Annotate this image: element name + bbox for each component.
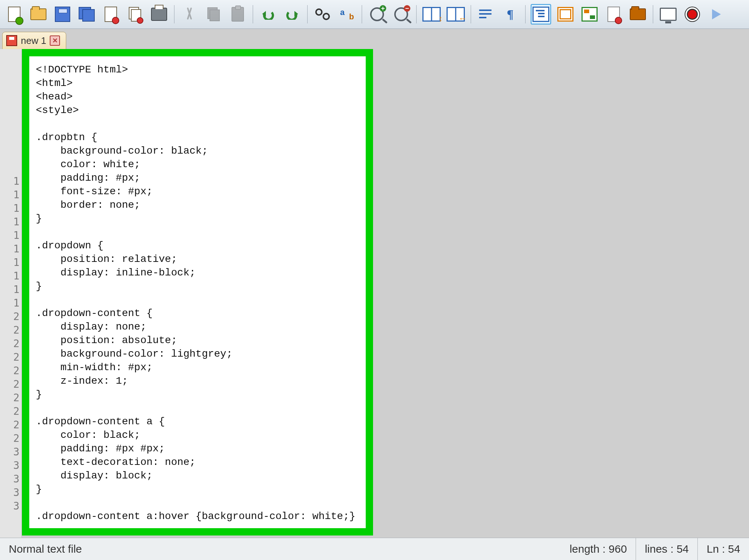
gutter-line: 1 [0,188,19,202]
undo-icon [261,9,275,20]
copy-button[interactable] [204,4,223,24]
status-length: length : 960 [561,538,636,560]
save-all-button[interactable] [77,4,97,24]
monitor-button[interactable] [658,4,678,24]
file-tab[interactable]: new 1 ✕ [2,32,66,49]
status-bar: Normal text file length : 960 lines : 54… [0,538,749,560]
gutter-line: 3 [0,486,19,499]
tab-bar: new 1 ✕ [0,29,749,49]
gutter-line: 2 [0,377,19,391]
status-lines: lines : 54 [636,538,698,560]
indent-guide-button[interactable] [531,4,551,25]
print-button[interactable] [149,4,169,24]
zoom-out-button[interactable]: − [391,4,411,24]
gutter-line: 1 [0,215,19,229]
sync-vertical-button[interactable]: ↕ [422,4,441,24]
paste-icon [232,7,244,22]
close-all-button[interactable] [125,4,145,24]
word-wrap-icon [479,9,493,20]
indent-guide-icon [532,7,549,22]
doc-map-button[interactable] [580,4,599,24]
gutter-line [0,93,19,107]
function-list-icon [607,7,620,22]
paragraph-icon: ¶ [507,7,513,21]
redo-icon [285,9,300,20]
gutter-line [0,134,19,147]
folder-workspace-icon [630,8,646,20]
code-editor[interactable]: <!DOCTYPE html> <html> <head> <style> .d… [22,49,373,535]
gutter-line: 2 [0,418,19,432]
open-file-button[interactable] [29,4,48,24]
show-symbols-button[interactable]: ¶ [500,4,520,24]
gutter-line: 2 [0,405,19,418]
gutter-line [0,120,19,134]
zoom-in-button[interactable]: + [367,4,387,24]
gutter-line: 2 [0,391,19,405]
tab-close-button[interactable]: ✕ [50,35,60,46]
gutter-line [0,147,19,161]
copy-icon [207,7,220,21]
word-wrap-button[interactable] [476,4,496,24]
save-button[interactable] [53,4,72,24]
toolbar-separator [174,5,174,23]
gutter-line: 3 [0,459,19,472]
undo-button[interactable] [258,4,278,24]
gutter-line: 1 [0,229,19,242]
sync-horizontal-button[interactable]: ↔ [446,4,466,24]
gutter-line: 2 [0,310,19,323]
gutter-line: 2 [0,364,19,377]
main-toolbar: ab + − ↕ ↔ ¶ [0,0,749,29]
toolbar-separator [253,5,253,23]
toolbar-separator [653,5,653,23]
toolbar-separator [525,5,526,23]
folder-workspace-button[interactable] [628,4,648,24]
record-icon [687,9,698,20]
record-macro-button[interactable] [682,4,702,24]
close-file-button[interactable] [101,4,121,24]
gutter-line [0,161,19,174]
gutter-line [0,80,19,93]
gutter-line: 2 [0,323,19,337]
gutter-line [0,107,19,120]
close-all-icon [129,7,141,22]
gutter-line [0,53,19,66]
play-icon [712,9,721,19]
gutter-line: 1 [0,256,19,269]
tab-title: new 1 [21,35,46,46]
play-macro-button[interactable] [707,4,726,24]
status-ln: Ln : 54 [698,538,749,560]
close-file-icon [105,7,117,22]
find-replace-icon: ab [339,8,354,20]
user-lang-button[interactable] [556,4,575,24]
redo-button[interactable] [282,4,302,24]
monitor-icon [660,8,677,21]
line-number-gutter: 1111111111222222222233333 [0,49,22,538]
gutter-line: 1 [0,269,19,283]
toolbar-separator [307,5,308,23]
gutter-line: 2 [0,432,19,445]
find-button[interactable] [313,4,332,24]
gutter-line: 1 [0,283,19,296]
gutter-line: 3 [0,472,19,486]
zoom-in-icon: + [370,7,384,21]
gutter-line: 3 [0,499,19,513]
save-icon [55,7,70,22]
zoom-out-icon: − [394,7,408,21]
toolbar-separator [416,5,417,23]
gutter-line: 2 [0,350,19,364]
new-file-icon [8,7,20,22]
cut-button[interactable] [180,4,199,24]
binoculars-icon [315,8,330,20]
toolbar-separator [471,5,471,23]
gutter-line: 1 [0,202,19,215]
doc-map-icon [581,7,598,22]
paste-button[interactable] [228,4,248,24]
function-list-button[interactable] [604,4,624,24]
find-replace-button[interactable]: ab [337,4,357,24]
save-all-icon [79,7,95,22]
gutter-line: 2 [0,337,19,350]
new-file-button[interactable] [4,4,24,24]
status-filetype: Normal text file [0,538,222,560]
toolbar-separator [362,5,362,23]
print-icon [151,8,167,21]
